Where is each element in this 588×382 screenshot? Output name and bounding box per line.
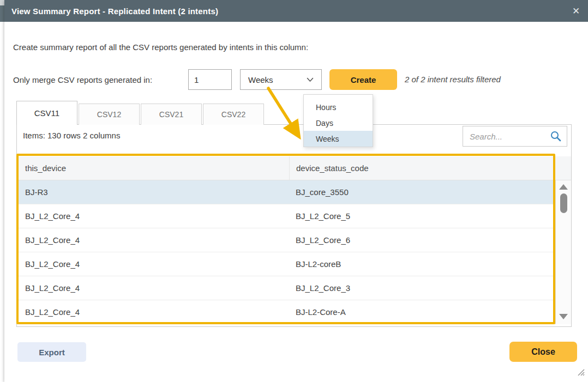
cell-this-device: BJ-R3 [19,180,289,204]
summary-report-dialog: View Summary Report - Replicated Intent … [4,0,588,382]
cell-device-status-code: BJ-L2-coreB [289,252,553,276]
table-scrollbar[interactable] [555,180,571,324]
cell-device-status-code: BJ_L2_Core_6 [289,228,553,252]
dropdown-option-weeks[interactable]: Weeks [304,131,373,147]
tab-csv11[interactable]: CSV11 [16,101,77,125]
tab-csv22[interactable]: CSV22 [203,104,264,125]
tab-csv12[interactable]: CSV12 [79,104,140,125]
dropdown-option-hours[interactable]: Hours [304,99,373,115]
cell-this-device: BJ_L2_Core_4 [19,276,289,300]
tab-csv21[interactable]: CSV21 [141,104,202,125]
chevron-down-icon [307,77,314,82]
export-button[interactable]: Export [17,342,86,362]
table-row[interactable]: BJ_L2_Core_4BJ_L2_Core_3 [19,276,553,300]
table-row[interactable]: BJ_L2_Core_4BJ-L2-coreB [19,252,553,276]
table-row[interactable]: BJ_L2_Core_4BJ-L2-Core-A [19,300,553,324]
create-button[interactable]: Create [329,69,397,90]
cell-this-device: BJ_L2_Core_4 [19,228,289,252]
results-table: this_devicedevice_status_code BJ-R3BJ_co… [19,156,553,324]
scroll-up-icon[interactable] [559,184,568,190]
cell-device-status-code: BJ-L2-Core-A [289,300,553,324]
resize-grip-icon[interactable] [576,367,585,378]
cell-device-status-code: BJ_core_3550 [289,180,553,204]
dialog-titlebar: View Summary Report - Replicated Intent … [4,0,588,22]
table-row[interactable]: BJ-R3BJ_core_3550 [19,180,553,204]
page-background-edge [0,0,4,5]
close-button[interactable]: Close [509,342,577,362]
scrollbar-thumb[interactable] [560,193,567,213]
items-summary: Items: 130 rows 2 columns [23,131,120,140]
page-background-edge-dark [0,5,4,22]
intro-text: Create summary report of all the CSV rep… [13,43,308,52]
table-row[interactable]: BJ_L2_Core_4BJ_L2_Core_5 [19,204,553,228]
cell-this-device: BJ_L2_Core_4 [19,300,289,324]
dropdown-option-days[interactable]: Days [304,115,373,131]
scroll-down-icon[interactable] [559,314,568,319]
unit-select-value: Weeks [248,75,273,84]
search-box [463,126,567,147]
search-icon[interactable] [550,130,562,142]
tab-strip: CSV11CSV12CSV21CSV22 [16,101,265,125]
column-header-this_device[interactable]: this_device [19,156,289,180]
merge-period-label: Only merge CSV reports generated in: [13,75,152,84]
table-body: BJ-R3BJ_core_3550BJ_L2_Core_4BJ_L2_Core_… [19,180,553,324]
filter-results-note: 2 of 2 intent results filtered [405,75,501,84]
column-header-device_status_code[interactable]: device_status_code [289,156,553,180]
cell-this-device: BJ_L2_Core_4 [19,204,289,228]
unit-select[interactable]: Weeks [240,69,322,90]
table-header-extension [553,156,571,180]
close-icon[interactable]: ✕ [564,0,588,22]
table-header-row: this_devicedevice_status_code [19,156,553,180]
table-row[interactable]: BJ_L2_Core_4BJ_L2_Core_6 [19,228,553,252]
merge-count-input[interactable] [188,69,232,90]
dialog-title: View Summary Report - Replicated Intent … [4,7,218,16]
cell-this-device: BJ_L2_Core_4 [19,252,289,276]
cell-device-status-code: BJ_L2_Core_3 [289,276,553,300]
cell-device-status-code: BJ_L2_Core_5 [289,204,553,228]
unit-dropdown-panel: HoursDaysWeeks [303,94,373,147]
search-input[interactable] [463,132,550,141]
